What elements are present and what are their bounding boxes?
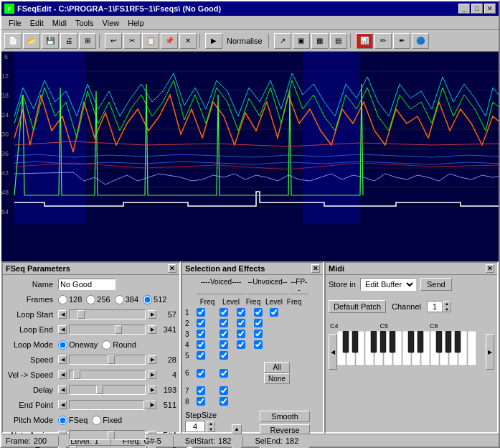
row1-unvoiced-freq[interactable] [237, 308, 245, 317]
row2-unvoiced-level[interactable] [254, 319, 263, 327]
tb-undo[interactable]: ↩ [105, 33, 122, 49]
menu-tools[interactable]: Tools [71, 17, 98, 29]
row2-voiced-level[interactable] [220, 319, 228, 327]
tb-btn2[interactable]: ▣ [293, 33, 310, 49]
row4-unvoiced-freq[interactable] [237, 340, 245, 349]
row3-voiced-level[interactable] [220, 330, 228, 338]
channel-up-btn[interactable]: ▲ [443, 301, 451, 307]
loop-end-slider[interactable] [69, 325, 146, 335]
row2-voiced-freq[interactable] [197, 319, 205, 327]
loop-start-right-btn[interactable]: ▶ [148, 310, 156, 319]
close-button[interactable]: ✕ [484, 4, 496, 14]
tb-new[interactable]: 📄 [4, 33, 22, 49]
tb-print[interactable]: 🖨 [60, 33, 77, 49]
piano-scroll-left-btn[interactable]: ◀ [329, 334, 337, 370]
tb-btn1[interactable]: ↗ [274, 33, 291, 49]
loop-end-right-btn[interactable]: ▶ [148, 325, 156, 334]
row7-voiced-freq[interactable] [197, 386, 205, 395]
frames-256-option[interactable]: 256 [86, 295, 110, 304]
row7-voiced-level[interactable] [220, 386, 228, 395]
all-button[interactable]: All [264, 362, 290, 373]
tb-btn4[interactable]: ▤ [330, 33, 347, 49]
delay-right-btn[interactable]: ▶ [148, 386, 156, 394]
loop-end-left-btn[interactable]: ◀ [58, 325, 67, 334]
vel-speed-slider[interactable] [69, 370, 146, 380]
note-assign-slider[interactable] [69, 430, 146, 440]
end-point-slider[interactable] [69, 400, 146, 410]
midi-close-button[interactable]: ✕ [486, 264, 494, 273]
row6-voiced-level[interactable] [220, 369, 228, 378]
stepsize-down-btn[interactable]: ▼ [207, 426, 215, 432]
store-in-dropdown[interactable]: Edit Buffer [360, 278, 416, 291]
speed-slider[interactable] [69, 355, 146, 365]
tb-delete[interactable]: ✕ [179, 33, 197, 49]
tb-play[interactable]: ▶ [205, 33, 222, 49]
loop-mode-oneway[interactable]: Oneway [58, 340, 98, 350]
waveform-area[interactable]: 6 12 18 24 30 36 42 48 54 [1, 52, 499, 261]
fseq-close-button[interactable]: ✕ [168, 264, 176, 273]
sel-close-button[interactable]: ✕ [311, 264, 320, 273]
row3-unvoiced-freq[interactable] [237, 330, 245, 338]
tb-open[interactable]: 📂 [23, 33, 40, 49]
pitch-mode-fixed[interactable]: Fixed [92, 416, 122, 425]
default-patch-button[interactable]: Default Patch [329, 300, 386, 313]
menu-view[interactable]: View [98, 17, 124, 29]
frames-512-option[interactable]: 512 [143, 295, 166, 304]
tb-btn8[interactable]: 🔵 [412, 33, 429, 49]
nav-up-btn[interactable]: ▲ [232, 424, 242, 434]
frames-384-option[interactable]: 384 [115, 295, 138, 304]
piano-scroll-right-btn[interactable]: ▶ [486, 334, 494, 370]
maximize-button[interactable]: □ [471, 4, 483, 14]
row8-voiced-freq[interactable] [197, 397, 205, 406]
row5-voiced-level[interactable] [220, 351, 228, 360]
tb-paste[interactable]: 📌 [161, 33, 178, 49]
channel-input[interactable] [427, 301, 443, 312]
row4-voiced-level[interactable] [220, 340, 228, 349]
none-button[interactable]: None [264, 373, 290, 384]
delay-left-btn[interactable]: ◀ [58, 386, 67, 394]
row2-unvoiced-freq[interactable] [237, 319, 245, 327]
row5-voiced-freq[interactable] [197, 351, 205, 360]
row4-unvoiced-level[interactable] [254, 340, 263, 349]
smooth-button[interactable]: Smooth [260, 411, 310, 422]
speed-right-btn[interactable]: ▶ [148, 355, 156, 364]
name-value[interactable]: No Good [58, 279, 115, 290]
loop-mode-round[interactable]: Round [102, 340, 136, 350]
tb-copy[interactable]: 📋 [142, 33, 159, 49]
menu-edit[interactable]: Edit [26, 17, 48, 29]
minimize-button[interactable]: _ [458, 4, 470, 14]
row6-voiced-freq[interactable] [197, 369, 205, 378]
row3-voiced-freq[interactable] [197, 330, 205, 338]
channel-down-btn[interactable]: ▼ [443, 307, 451, 312]
row4-voiced-freq[interactable] [197, 340, 205, 349]
delay-slider[interactable] [69, 385, 146, 395]
tb-btn6[interactable]: ✏ [374, 33, 392, 49]
stepsize-input[interactable] [185, 421, 205, 432]
tb-save[interactable]: 💾 [42, 33, 59, 49]
menu-help[interactable]: Help [123, 17, 148, 29]
tb-copy2[interactable]: ⊞ [79, 33, 96, 49]
vel-speed-right-btn[interactable]: ▶ [148, 370, 156, 379]
row3-unvoiced-level[interactable] [254, 330, 263, 338]
vel-speed-left-btn[interactable]: ◀ [58, 370, 67, 379]
row1-unvoiced-level[interactable] [254, 308, 263, 317]
pitch-mode-fseq[interactable]: FSeq [58, 416, 88, 425]
frames-128-option[interactable]: 128 [58, 295, 82, 304]
row1-fp-freq[interactable] [270, 308, 278, 317]
loop-start-left-btn[interactable]: ◀ [58, 310, 67, 319]
tb-cut[interactable]: ✂ [123, 33, 141, 49]
loop-start-slider[interactable] [69, 309, 146, 319]
menu-file[interactable]: File [4, 17, 26, 29]
stepsize-up-btn[interactable]: ▲ [207, 421, 215, 426]
tb-btn3[interactable]: ▦ [311, 33, 329, 49]
row8-voiced-level[interactable] [220, 397, 228, 406]
end-point-left-btn[interactable]: ◀ [58, 401, 67, 409]
menu-midi[interactable]: Midi [48, 17, 71, 29]
tb-btn5[interactable]: 📊 [356, 33, 373, 49]
send-button[interactable]: Send [420, 278, 452, 291]
tb-btn7[interactable]: ✒ [393, 33, 410, 49]
speed-left-btn[interactable]: ◀ [58, 355, 67, 364]
tune-slider[interactable] [69, 445, 146, 448]
row1-voiced-level[interactable] [220, 308, 228, 317]
row1-voiced-freq[interactable] [197, 308, 205, 317]
